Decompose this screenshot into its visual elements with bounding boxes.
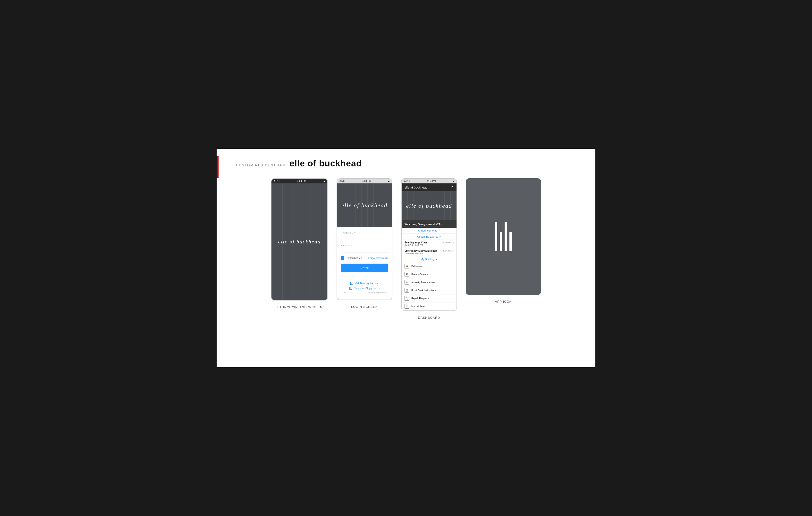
- pillar-1: [495, 222, 497, 251]
- remember-checkbox[interactable]: ✓: [341, 256, 344, 260]
- header-title: elle of buckhead: [289, 158, 362, 169]
- launch-time: 4:64 PM: [297, 180, 306, 183]
- front-desk-icon: 📋: [405, 288, 409, 293]
- login-carrier: AT&T: [340, 180, 346, 183]
- upcoming-events-label: Upcoming Events: [417, 235, 438, 238]
- app-icon-frame: [466, 178, 541, 295]
- repair-icon: 🔧: [405, 296, 409, 300]
- login-top: elle of buckhead: [337, 184, 392, 227]
- launch-status-bar: AT&T 4:64 PM ■: [271, 179, 327, 184]
- dashboard-content: Announcements ▲ Upcoming Events ▼ Evenin…: [402, 228, 457, 310]
- screens-row: AT&T 4:64 PM ■ elle of buckhead .LAUNCH/…: [231, 178, 581, 320]
- amenity-label: Amenity Reservations: [411, 281, 435, 284]
- event-item-0[interactable]: Evening Yoga Class 8:00 PM - 9:00 PM 201…: [402, 240, 457, 248]
- footer-version: V 3.0.0 (321): [342, 292, 353, 294]
- remember-label: Remember Me: [346, 257, 362, 260]
- login-label: LOGIN SCREEN: [351, 305, 378, 308]
- remember-left: ✓ Remember Me: [341, 256, 362, 260]
- password-input[interactable]: [341, 248, 388, 252]
- events-calendar-icon: 📅: [405, 272, 409, 276]
- marketplace-icon: 🛒: [405, 304, 409, 308]
- username-input[interactable]: [341, 236, 388, 240]
- event-1-time: 2:00 PM - 4:00 PM: [405, 252, 437, 254]
- login-time: 4:64 PM: [362, 180, 371, 183]
- pillar-4: [510, 232, 512, 251]
- login-battery: ■: [388, 180, 389, 183]
- mail-icon: ✉: [349, 287, 352, 290]
- slide: CUSTOM RESIDENT APP elle of buckhead AT&…: [216, 149, 596, 367]
- remember-row: ✓ Remember Me Forgot Password?: [341, 256, 388, 260]
- menu-item-amenity[interactable]: ⊞ Amenity Reservations: [402, 278, 457, 287]
- menu-item-front-desk[interactable]: 📋 Front Desk Instructions: [402, 287, 457, 294]
- app-icon-wrapper: APP ICON: [466, 178, 541, 303]
- header-label: CUSTOM RESIDENT APP: [236, 163, 286, 167]
- dashboard-phone-frame: AT&T 4:64 PM ■ elle at buckhead ↺ elle o…: [401, 178, 457, 311]
- dashboard-header: elle at buckhead ↺: [402, 184, 457, 191]
- username-label: USERNAME: [341, 232, 388, 235]
- login-screen-wrapper: AT&T 4:64 PM ■ elle of buckhead USERNAME: [337, 178, 393, 308]
- deliveries-icon: 📦: [405, 264, 409, 268]
- amenity-icon: ⊞: [405, 280, 409, 284]
- pillar-2: [500, 232, 502, 251]
- my-building-label: My Building: [421, 258, 435, 261]
- header: CUSTOM RESIDENT APP elle of buckhead: [231, 158, 581, 169]
- visit-link[interactable]: ↗ Visit BuildingLink.com: [350, 282, 378, 285]
- comments-link[interactable]: ✉ Comments/Suggestions: [349, 287, 380, 290]
- visit-icon: ↗: [350, 282, 353, 285]
- dashboard-logo: elle of buckhead: [406, 202, 452, 209]
- red-bar: [216, 156, 219, 178]
- repair-label: Repair Requests: [411, 297, 429, 300]
- launch-carrier: AT&T: [274, 180, 280, 183]
- marketplace-label: Marketplace: [411, 305, 425, 308]
- password-field: PASSWORD: [341, 244, 388, 252]
- app-icon-elle: [495, 222, 512, 251]
- event-0-info: Evening Yoga Class 8:00 PM - 9:00 PM: [405, 241, 428, 246]
- my-building-header[interactable]: My Building ▲: [402, 256, 457, 262]
- event-item-1[interactable]: Emergency Sidewalk Repair 2:00 PM - 4:00…: [402, 248, 457, 256]
- login-phone-frame: AT&T 4:64 PM ■ elle of buckhead USERNAME: [337, 178, 393, 300]
- event-0-date: 2018/08/23: [443, 241, 454, 246]
- event-1-date: 2018/08/23: [443, 249, 454, 254]
- launch-screen-wrapper: AT&T 4:64 PM ■ elle of buckhead .LAUNCH/…: [271, 178, 328, 309]
- dashboard-carrier: AT&T: [404, 180, 410, 183]
- launch-logo: elle of buckhead: [278, 239, 321, 245]
- dashboard-logo-area: elle of buckhead: [402, 191, 457, 220]
- login-status-bar: AT&T 4:64 PM ■: [337, 179, 392, 184]
- username-field: USERNAME: [341, 232, 388, 240]
- menu-item-marketplace[interactable]: 🛒 Marketplace: [402, 302, 457, 310]
- launch-label: .LAUNCH/SPLASH SCREEN: [276, 305, 323, 309]
- dashboard-status-bar: AT&T 4:64 PM ■: [402, 179, 457, 184]
- menu-item-deliveries[interactable]: 📦 Deliveries: [402, 262, 457, 270]
- event-0-time: 8:00 PM - 9:00 PM: [405, 244, 428, 246]
- welcome-text: Welcome, George Walsh (2A): [405, 223, 441, 226]
- announcements-header[interactable]: Announcements ▲: [402, 228, 457, 234]
- login-footer: V 3.0.0 (321) © 2018 BuildingLink.com: [341, 290, 388, 295]
- front-desk-label: Front Desk Instructions: [411, 289, 436, 292]
- menu-item-repair[interactable]: 🔧 Repair Requests: [402, 294, 457, 302]
- app-icon-label: APP ICON: [495, 300, 512, 303]
- refresh-icon[interactable]: ↺: [451, 185, 454, 189]
- welcome-bar: Welcome, George Walsh (2A): [402, 220, 457, 228]
- forgot-password-link[interactable]: Forgot Password?: [368, 257, 388, 260]
- comments-link-label: Comments/Suggestions: [354, 287, 380, 290]
- enter-button[interactable]: Enter: [341, 264, 388, 272]
- dashboard-screen-wrapper: AT&T 4:64 PM ■ elle at buckhead ↺ elle o…: [401, 178, 457, 320]
- login-form: USERNAME PASSWORD ✓ Remember Me Forgot P…: [337, 227, 392, 300]
- events-calendar-label: Events Calendar: [411, 273, 429, 276]
- event-1-info: Emergency Sidewalk Repair 2:00 PM - 4:00…: [405, 249, 437, 254]
- dashboard-battery: ■: [453, 180, 454, 183]
- announcements-triangle: ▲: [438, 229, 440, 232]
- launch-phone-frame: AT&T 4:64 PM ■ elle of buckhead: [271, 178, 328, 300]
- menu-item-events-calendar[interactable]: 📅 Events Calendar: [402, 270, 457, 278]
- event-0-name: Evening Yoga Class: [405, 241, 428, 244]
- upcoming-events-triangle: ▼: [439, 236, 441, 238]
- login-links: ↗ Visit BuildingLink.com ✉ Comments/Sugg…: [341, 282, 388, 290]
- dashboard-label: DASHBOARD: [418, 316, 440, 320]
- login-logo: elle of buckhead: [341, 202, 387, 209]
- announcements-label: Announcements: [418, 229, 437, 232]
- password-label: PASSWORD: [341, 244, 388, 247]
- visit-link-label: Visit BuildingLink.com: [355, 282, 378, 285]
- upcoming-events-header[interactable]: Upcoming Events ▼: [402, 234, 457, 240]
- launch-battery: ■: [323, 180, 325, 183]
- my-building-triangle: ▲: [435, 258, 437, 261]
